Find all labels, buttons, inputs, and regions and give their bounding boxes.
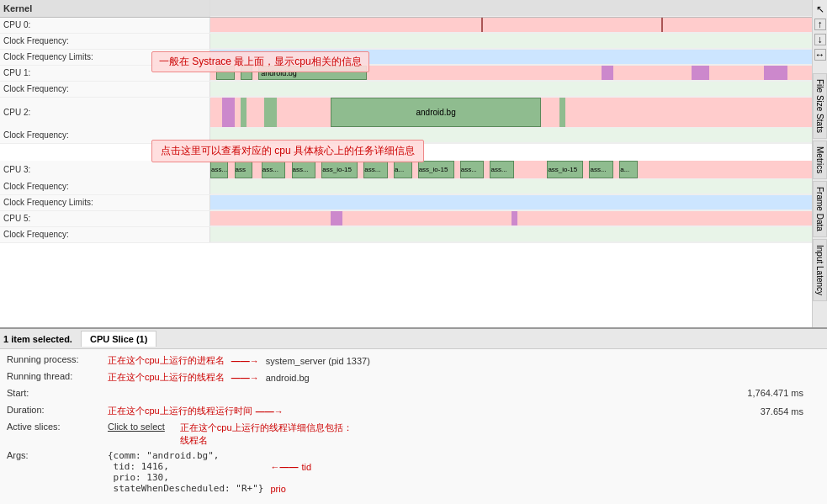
cpu5-clock-row: Clock Frequency: bbox=[0, 227, 812, 243]
clock-limits2-row: Clock Frequency Limits: bbox=[0, 195, 812, 211]
args-value: {comm: "android.bg", tid: 1416, prio: 13… bbox=[108, 450, 263, 494]
duration-value: 37.654 ms bbox=[761, 406, 820, 416]
kernel-label: Kernel bbox=[0, 0, 210, 17]
bottom-tabs-bar: 1 item selected. CPU Slice (1) bbox=[0, 329, 827, 349]
cpu-slice-tab[interactable]: CPU Slice (1) bbox=[81, 331, 156, 347]
cpu2-track[interactable]: android.bg bbox=[210, 98, 812, 128]
clock-limits-row: Clock Frequency Limits: 一般在 Systrace 最上面… bbox=[0, 50, 812, 66]
cpu3-clock-row: Clock Frequency: bbox=[0, 179, 812, 195]
kernel-track[interactable] bbox=[210, 0, 812, 17]
kernel-header-row: Kernel bbox=[0, 0, 812, 18]
scroll-down-button[interactable]: ↓ bbox=[814, 34, 826, 45]
cpu1-clock-track[interactable] bbox=[210, 82, 812, 97]
top-annotation: 一般在 Systrace 最上面，显示cpu相关的信息 bbox=[151, 51, 369, 72]
running-process-row: Running process: 正在这个cpu上运行的进程名 ——→ syst… bbox=[7, 353, 820, 369]
cpu2-label-text: CPU 2: bbox=[3, 98, 30, 128]
cpu5-clock-label: Clock Frequency: bbox=[0, 227, 210, 242]
cpu0-label: CPU 0: bbox=[0, 18, 210, 33]
duration-row: Duration: 正在这个cpu上运行的线程运行时间 ——→ 37.654 m… bbox=[7, 403, 820, 420]
cpu5-label: CPU 5: bbox=[0, 211, 210, 226]
prio-annotation-row: prio bbox=[270, 484, 368, 494]
cpu2-clock-text: Clock Frequency: bbox=[3, 128, 69, 143]
cpu3-row: CPU 3: ass... ass ass... ass... ass_io-1… bbox=[0, 161, 812, 179]
start-key: Start: bbox=[7, 388, 108, 398]
clock-limits-text: Clock Frequency Limits: bbox=[3, 50, 93, 65]
cpu5-row: CPU 5: bbox=[0, 211, 812, 227]
input-latency-tab[interactable]: Input Latency bbox=[813, 239, 827, 301]
running-thread-row: Running thread: 正在这个cpu上运行的线程名 ——→ andro… bbox=[7, 369, 820, 386]
active-slices-key: Active slices: bbox=[7, 422, 108, 432]
cpu3-clock-text: Clock Frequency: bbox=[3, 179, 69, 194]
cpu1-row: CPU 1: android.bg bbox=[0, 66, 812, 82]
cpu5-clock-text: Clock Frequency: bbox=[3, 227, 69, 242]
cpu0-row: CPU 0: bbox=[0, 18, 812, 34]
frame-data-tab[interactable]: Frame Data bbox=[813, 181, 827, 237]
running-process-key: Running process: bbox=[7, 354, 108, 364]
prio-annotation: prio bbox=[270, 484, 285, 494]
cpu0-track[interactable] bbox=[210, 18, 812, 33]
cpu3-track[interactable]: ass... ass ass... ass... ass_io-15 ass..… bbox=[210, 161, 812, 179]
args-annotations: ←—— tid prio stateWhenDescheduled bbox=[270, 450, 368, 504]
click-to-select-link[interactable]: Click to select bbox=[108, 422, 165, 432]
cpu5-clock-track[interactable] bbox=[210, 227, 812, 242]
running-thread-value: android.bg bbox=[266, 373, 310, 383]
running-process-value-cell: 正在这个cpu上运行的进程名 ——→ system_server (pid 13… bbox=[108, 354, 820, 367]
cpu5-track[interactable] bbox=[210, 211, 812, 226]
bottom-content: Running process: 正在这个cpu上运行的进程名 ——→ syst… bbox=[0, 349, 827, 504]
clock-limits2-track[interactable] bbox=[210, 195, 812, 210]
start-value-cell: 1,764.471 ms bbox=[108, 388, 820, 398]
cpu3-annotation-text: 点击这里可以查看对应的 cpu 具体核心上的任务详细信息 bbox=[161, 145, 415, 157]
cpu3-label-text: CPU 3: bbox=[3, 161, 30, 179]
running-thread-arrow: ——→ bbox=[231, 373, 259, 383]
duration-key: Duration: bbox=[7, 405, 108, 415]
kernel-label-text: Kernel bbox=[3, 0, 32, 17]
clock-limits2-label: Clock Frequency Limits: bbox=[0, 195, 210, 210]
cpu3-clock-track[interactable] bbox=[210, 179, 812, 194]
start-row: Start: 1,764.471 ms bbox=[7, 386, 820, 403]
cpu1-label-text: CPU 1: bbox=[3, 66, 30, 81]
args-key: Args: bbox=[7, 450, 108, 460]
running-process-annotation: 正在这个cpu上运行的进程名 bbox=[108, 354, 225, 367]
selected-count-label: 1 item selected. bbox=[3, 334, 72, 344]
duration-arrow: ——→ bbox=[256, 406, 284, 416]
scroll-up-button[interactable]: ↑ bbox=[814, 19, 826, 30]
cpu0-label-text: CPU 0: bbox=[3, 18, 30, 33]
metrics-tab[interactable]: Metrics bbox=[813, 141, 827, 179]
cpu2-label: CPU 2: bbox=[0, 98, 210, 128]
cpu3-label: CPU 3: bbox=[0, 161, 210, 179]
tid-annotation-row: ←—— tid bbox=[270, 462, 368, 472]
pointer-tool[interactable]: ↖ bbox=[814, 3, 826, 15]
running-process-value: system_server (pid 1337) bbox=[266, 356, 370, 366]
expand-button[interactable]: ↔ bbox=[814, 49, 826, 61]
active-slices-row: Active slices: Click to select 正在这个cpu上运… bbox=[7, 420, 820, 448]
args-row: Args: {comm: "android.bg", tid: 1416, pr… bbox=[7, 448, 820, 504]
file-size-stats-tab[interactable]: File Size Stats bbox=[813, 73, 827, 139]
cpu0-clock-label: Clock Frequency: bbox=[0, 34, 210, 49]
cpu0-clock-track[interactable] bbox=[210, 34, 812, 49]
tid-annotation: tid bbox=[301, 462, 311, 472]
cpu0-clock-row: Clock Frequency: bbox=[0, 34, 812, 50]
start-value: 1,764.471 ms bbox=[747, 388, 820, 398]
cpu5-label-text: CPU 5: bbox=[3, 211, 30, 226]
running-thread-key: Running thread: bbox=[7, 371, 108, 381]
active-slices-value-cell: Click to select 正在这个cpu上运行的线程详细信息包括： 线程名 bbox=[108, 422, 820, 447]
running-thread-annotation: 正在这个cpu上运行的线程名 bbox=[108, 371, 225, 384]
cpu1-clock-label: Clock Frequency: bbox=[0, 82, 210, 97]
active-slices-annotation-text: 正在这个cpu上运行的线程详细信息包括： 线程名 bbox=[180, 422, 353, 445]
duration-annotation: 正在这个cpu上运行的线程运行时间 bbox=[108, 405, 252, 417]
args-value-cell: {comm: "android.bg", tid: 1416, prio: 13… bbox=[108, 450, 820, 504]
cpu2-row: CPU 2: android.bg bbox=[0, 98, 812, 128]
bottom-panel: 1 item selected. CPU Slice (1) Running p… bbox=[0, 327, 827, 504]
running-thread-value-cell: 正在这个cpu上运行的线程名 ——→ android.bg bbox=[108, 371, 820, 384]
cpu1-clock-text: Clock Frequency: bbox=[3, 82, 69, 97]
top-annotation-text: 一般在 Systrace 最上面，显示cpu相关的信息 bbox=[159, 56, 362, 67]
detail-table: Running process: 正在这个cpu上运行的进程名 ——→ syst… bbox=[0, 349, 827, 504]
clock-limits2-text: Clock Frequency Limits: bbox=[3, 195, 93, 210]
cpu1-clock-row: Clock Frequency: bbox=[0, 82, 812, 98]
tid-arrow: ←—— bbox=[270, 462, 298, 472]
duration-value-cell: 正在这个cpu上运行的线程运行时间 ——→ 37.654 ms bbox=[108, 405, 820, 417]
cpu0-clock-text: Clock Frequency: bbox=[3, 34, 69, 49]
right-sidebar: ↖ ↑ ↓ ↔ File Size Stats Metrics Frame Da… bbox=[812, 0, 827, 327]
active-slices-annotation: 正在这个cpu上运行的线程详细信息包括： 线程名 bbox=[180, 422, 353, 447]
cpu3-annotation: 点击这里可以查看对应的 cpu 具体核心上的任务详细信息 bbox=[151, 140, 424, 162]
